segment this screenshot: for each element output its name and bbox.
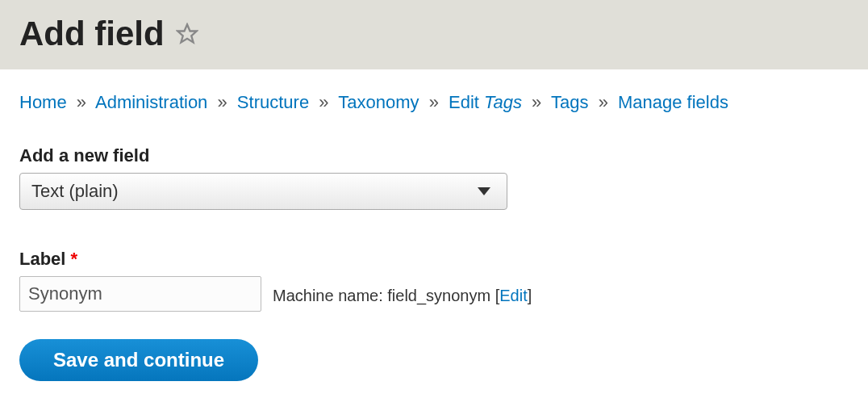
- breadcrumb-sep: »: [217, 92, 227, 112]
- star-icon[interactable]: [176, 23, 198, 45]
- save-continue-button[interactable]: Save and continue: [19, 339, 258, 381]
- breadcrumb-sep: »: [77, 92, 86, 112]
- machine-name-edit-link[interactable]: Edit: [499, 287, 527, 304]
- field-type-value: Text (plain): [31, 181, 119, 202]
- breadcrumb-edit-tags[interactable]: Edit Tags: [449, 92, 522, 112]
- breadcrumb-home[interactable]: Home: [19, 92, 67, 112]
- machine-name-display: Machine name: field_synonym [Edit]: [273, 287, 532, 305]
- page-title: Add field: [19, 15, 165, 53]
- breadcrumb-structure[interactable]: Structure: [237, 92, 309, 112]
- svg-marker-0: [177, 24, 196, 42]
- breadcrumb-administration[interactable]: Administration: [95, 92, 207, 112]
- breadcrumb-sep: »: [319, 92, 328, 112]
- label-input[interactable]: [19, 276, 261, 312]
- breadcrumb-sep: »: [429, 92, 439, 112]
- breadcrumb-tags[interactable]: Tags: [551, 92, 588, 112]
- chevron-down-icon: [478, 187, 490, 195]
- label-field-label: Label *: [19, 249, 261, 270]
- breadcrumb: Home » Administration » Structure » Taxo…: [19, 92, 849, 113]
- breadcrumb-sep: »: [532, 92, 541, 112]
- required-mark: *: [71, 249, 78, 269]
- breadcrumb-taxonomy[interactable]: Taxonomy: [338, 92, 419, 112]
- content-area: Home » Administration » Structure » Taxo…: [0, 69, 868, 404]
- breadcrumb-sep: »: [599, 92, 608, 112]
- field-type-select[interactable]: Text (plain): [19, 173, 507, 210]
- title-bar: Add field: [0, 0, 868, 69]
- new-field-label: Add a new field: [19, 145, 849, 166]
- breadcrumb-manage-fields[interactable]: Manage fields: [618, 92, 728, 112]
